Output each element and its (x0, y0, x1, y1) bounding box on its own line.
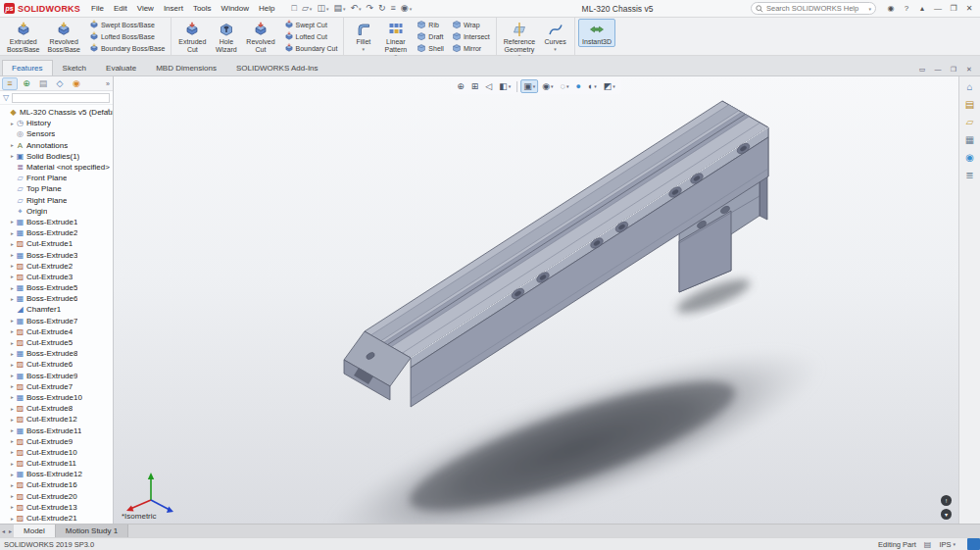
restore-button[interactable]: ❐ (946, 2, 961, 16)
expand-arrow-icon[interactable]: ▸ (9, 263, 16, 269)
ribbon-boundary-cut-button[interactable]: Boundary Cut (281, 42, 341, 54)
expand-arrow-icon[interactable]: ▸ (9, 274, 16, 279)
expand-arrow-icon[interactable]: ▸ (9, 493, 16, 499)
expand-arrow-icon[interactable]: ▸ (9, 296, 16, 302)
manager-tab-propertymanager[interactable]: ⊕ (19, 77, 34, 90)
ribbon-revolved-boss-base-button[interactable]: Revolved Boss/Base (43, 19, 83, 54)
tree-item-boss-extrude3[interactable]: ▸▦Boss-Extrude3 (0, 249, 113, 260)
collapse-ribbon-button[interactable]: ▴ (914, 2, 930, 16)
tree-item-cut-extrude13[interactable]: ▸▨Cut-Extrude13 (0, 502, 113, 513)
tree-item-cut-extrude8[interactable]: ▸▨Cut-Extrude8 (0, 403, 113, 414)
view-settings-button[interactable]: ◩▾ (601, 79, 618, 93)
tabs-scroll-left-icon[interactable]: ◂ (0, 527, 7, 534)
view-orientation-button[interactable]: ▣▾ (520, 79, 538, 93)
expand-arrow-icon[interactable]: ▸ (9, 417, 16, 423)
expand-arrow-icon[interactable]: ▸ (9, 472, 16, 477)
graphics-area[interactable]: ⊕⊞◁◧▾▣▾◉▾◌▾●◐▾◩▾ *Isometric !▾ (114, 76, 958, 524)
menu-view[interactable]: View (132, 4, 159, 13)
expand-arrow-icon[interactable]: ▸ (9, 461, 16, 467)
tree-item-cut-extrude6[interactable]: ▸▨Cut-Extrude6 (0, 359, 113, 370)
taskpane-design-library-button[interactable]: ▤ (965, 99, 974, 110)
ribbon-wrap-button[interactable]: Wrap (449, 19, 493, 30)
statusbar-panel-button[interactable] (967, 538, 980, 550)
qa-open-button[interactable]: ▱▾ (300, 2, 314, 16)
tree-item-right-plane[interactable]: ▱Right Plane (0, 195, 113, 206)
tree-item-boss-extrude12[interactable]: ▸▦Boss-Extrude12 (0, 469, 113, 479)
expand-arrow-icon[interactable]: ▸ (9, 121, 16, 126)
expand-arrow-icon[interactable]: ▸ (9, 241, 16, 247)
menu-insert[interactable]: Insert (159, 4, 188, 13)
tree-scroll-up[interactable]: ▲ (106, 107, 112, 113)
expand-arrow-icon[interactable]: ▸ (9, 153, 16, 159)
ribbon-lofted-boss-base-button[interactable]: Lofted Boss/Base (86, 30, 168, 42)
tree-item-cut-extrude4[interactable]: ▸▨Cut-Extrude4 (0, 326, 113, 337)
tree-item-sensors[interactable]: ◎Sensors (0, 128, 113, 139)
taskpane-solidworks-resources-button[interactable]: ⌂ (966, 81, 972, 92)
qa-file-properties-button[interactable]: ≡ (389, 2, 398, 16)
expand-arrow-icon[interactable]: ▸ (9, 373, 16, 378)
tree-item-front-plane[interactable]: ▱Front Plane (0, 173, 113, 183)
zoom-fit-button[interactable]: ⊕ (454, 79, 467, 93)
ribbon-swept-boss-base-button[interactable]: Swept Boss/Base (86, 19, 168, 30)
expand-arrow-icon[interactable]: ▸ (9, 351, 16, 357)
tree-item-history[interactable]: ▸◷History (0, 118, 113, 128)
tree-item-material-not-specified[interactable]: ≣Material <not specified> (0, 162, 113, 173)
doc-close-button[interactable]: ✕ (962, 63, 976, 75)
expand-arrow-icon[interactable]: ▸ (9, 449, 16, 455)
expand-arrow-icon[interactable]: ▸ (9, 328, 16, 334)
expand-arrow-icon[interactable]: ▸ (9, 340, 16, 346)
minimize-button[interactable]: — (930, 2, 946, 16)
menu-help[interactable]: Help (254, 4, 279, 13)
doc-minimize-button[interactable]: — (931, 63, 945, 75)
expand-arrow-icon[interactable]: ▸ (9, 482, 16, 488)
menu-edit[interactable]: Edit (109, 4, 132, 13)
tree-item-cut-extrude9[interactable]: ▸▨Cut-Extrude9 (0, 436, 113, 447)
help-button[interactable]: ? (899, 2, 914, 16)
tree-item-top-plane[interactable]: ▱Top Plane (0, 183, 113, 194)
tree-item-ml-320-chassis-v5-default-de[interactable]: ◆ML-320 Chassis v5 (Default<<Defa (0, 107, 113, 118)
ribbon-instant3d-button[interactable]: Instant3D (578, 19, 615, 47)
menu-file[interactable]: File (86, 4, 109, 13)
qa-new-button[interactable]: □ (290, 2, 299, 16)
tree-item-cut-extrude12[interactable]: ▸▨Cut-Extrude12 (0, 414, 113, 425)
taskpane-file-explorer-button[interactable]: ▱ (966, 117, 974, 127)
tree-item-boss-extrude10[interactable]: ▸▦Boss-Extrude10 (0, 392, 113, 403)
tab-mbd-dimensions[interactable]: MBD Dimensions (146, 60, 226, 75)
tree-item-cut-extrude3[interactable]: ▸▨Cut-Extrude3 (0, 272, 113, 282)
expand-arrow-icon[interactable]: ▸ (9, 219, 16, 225)
expand-arrow-icon[interactable]: ▸ (9, 504, 16, 510)
model-3d[interactable] (114, 76, 958, 524)
taskpane-custom-properties-button[interactable]: ≣ (965, 170, 973, 180)
qa-undo-button[interactable]: ↶▾ (348, 2, 363, 16)
tree-item-boss-extrude8[interactable]: ▸▦Boss-Extrude8 (0, 348, 113, 359)
apply-scene-button[interactable]: ◐▾ (585, 79, 600, 93)
panel-flyout-icon[interactable]: » (106, 80, 113, 87)
tab-evaluate[interactable]: Evaluate (96, 60, 146, 75)
ribbon-shell-button[interactable]: Shell (414, 42, 447, 54)
ribbon-boundary-boss-base-button[interactable]: Boundary Boss/Base (86, 42, 168, 54)
zoom-area-button[interactable]: ⊞ (468, 79, 482, 93)
doc-restore-button[interactable]: ❐ (947, 63, 960, 75)
ribbon-draft-button[interactable]: Draft (414, 30, 447, 42)
previous-view-button[interactable]: ◁ (482, 79, 495, 93)
notification-collapsed-button[interactable]: ! (941, 495, 952, 506)
tree-item-cut-extrude16[interactable]: ▸▨Cut-Extrude16 (0, 479, 113, 490)
tree-item-solid-bodies-1[interactable]: ▸▣Solid Bodies(1) (0, 151, 113, 162)
close-button[interactable]: ✕ (961, 2, 977, 16)
bottom-tab-model[interactable]: Model (14, 525, 56, 537)
tree-item-boss-extrude7[interactable]: ▸▦Boss-Extrude7 (0, 316, 113, 326)
tree-item-boss-extrude5[interactable]: ▸▦Boss-Extrude5 (0, 282, 113, 293)
expand-arrow-icon[interactable]: ▸ (9, 285, 16, 291)
manager-tab-featuremanager-tree[interactable]: ≡ (2, 77, 18, 90)
tree-item-boss-extrude11[interactable]: ▸▦Boss-Extrude11 (0, 425, 113, 435)
expand-arrow-icon[interactable]: ▸ (9, 383, 16, 389)
ribbon-swept-cut-button[interactable]: Swept Cut (281, 19, 341, 30)
search-scope-dropdown-icon[interactable]: ▾ (868, 6, 871, 12)
expand-arrow-icon[interactable]: ▸ (9, 252, 16, 258)
expand-arrow-icon[interactable]: ▸ (9, 362, 16, 368)
tree-item-chamfer1[interactable]: ◢Chamfer1 (0, 304, 113, 315)
tree-item-cut-extrude2[interactable]: ▸▨Cut-Extrude2 (0, 261, 113, 272)
tree-item-cut-extrude10[interactable]: ▸▨Cut-Extrude10 (0, 447, 113, 458)
ribbon-hole-wizard-button[interactable]: Hole Wizard (210, 19, 242, 54)
tree-item-origin[interactable]: ⌖Origin (0, 206, 113, 217)
